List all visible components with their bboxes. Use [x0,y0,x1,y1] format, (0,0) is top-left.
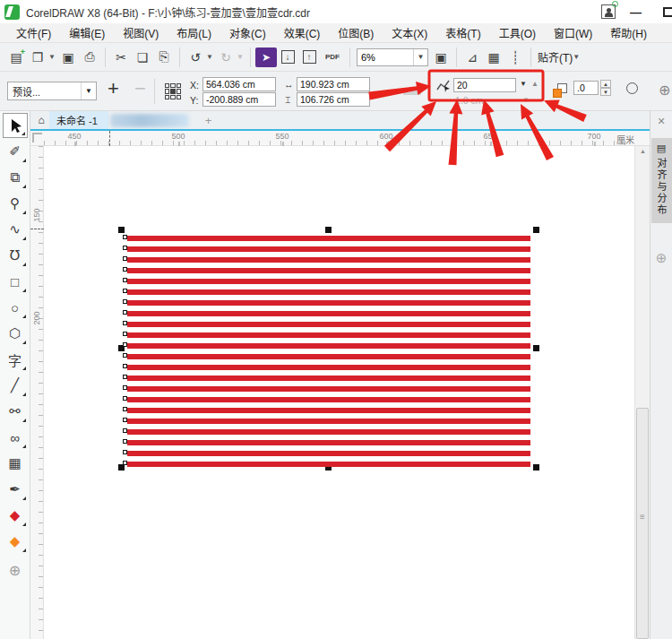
object-node[interactable] [123,310,127,315]
copy-icon[interactable]: ❏ [132,47,153,68]
object-node[interactable] [123,353,127,358]
show-guidelines-icon[interactable]: ┊ [504,47,526,68]
snap-to-dropdown[interactable]: 贴齐(T) [538,49,573,65]
object-height-field[interactable] [297,92,370,107]
crop-tool[interactable]: ⧉ [3,165,28,190]
object-node[interactable] [123,256,127,261]
menu-item-3[interactable]: 视图(V) [114,23,168,42]
freehand-tool[interactable]: ∿ [3,217,28,242]
chevron-down-icon[interactable]: ▼ [48,53,57,61]
user-account-icon[interactable] [601,4,616,19]
blend-stripe[interactable] [127,440,530,445]
blend-stripe[interactable] [127,462,530,467]
publish-pdf-icon[interactable]: PDF [320,47,345,68]
new-tab-button[interactable]: + [205,114,212,127]
blend-stripe[interactable] [127,343,530,349]
export-icon[interactable]: ↑ [298,47,320,68]
selection-handle[interactable] [533,464,539,471]
object-node[interactable] [123,289,127,293]
show-rulers-icon[interactable]: ⊿ [461,47,483,68]
object-node[interactable] [123,461,127,465]
paste-icon[interactable]: ⎘ [153,47,175,68]
blend-direction-field[interactable] [573,81,599,95]
selection-handle[interactable] [533,345,539,351]
print-icon[interactable]: ⎙ [79,47,100,68]
preset-combo[interactable]: 预设... ▼ [7,82,97,100]
import-icon[interactable]: ↓ [277,47,298,68]
vertical-scrollbar[interactable]: ▲ [634,146,650,639]
object-origin-selector[interactable] [165,83,181,99]
object-node[interactable] [123,375,127,379]
docker-tab-align-distribute[interactable]: ▤ 对齐与分布 [651,138,672,223]
blend-stripe[interactable] [127,429,530,435]
x-position-field[interactable] [202,77,276,91]
menu-item-1[interactable]: 文件(F) [7,23,60,42]
connector-tool[interactable]: ⚯ [3,399,28,424]
blend-stripe[interactable] [127,365,530,370]
object-node[interactable] [123,407,127,411]
blend-stripe[interactable] [127,257,530,263]
minimize-button[interactable]: — [625,5,647,19]
smart-fill-tool[interactable]: ◆ [3,529,28,554]
blend-stripe[interactable] [127,419,530,424]
blend-stripe[interactable] [127,354,530,359]
selection-handle[interactable] [533,227,539,233]
artistic-media-tool[interactable]: ℧ [3,243,28,268]
blend-tool[interactable]: ∞ [3,425,28,450]
customize-toolbox-button[interactable]: ⊕ [9,562,21,579]
menu-item-11[interactable]: 窗口(W) [545,23,601,42]
customize-property-bar-button[interactable]: ⊕ [659,82,670,99]
blend-stripe[interactable] [127,376,530,381]
add-docker-button[interactable]: ⊕ [656,250,668,266]
maximize-button[interactable] [663,7,672,17]
menu-item-8[interactable]: 文本(X) [383,23,436,42]
censored-document-tab[interactable] [110,114,189,127]
undo-icon[interactable]: ↺ [185,47,206,68]
blend-stripe[interactable] [127,289,530,295]
new-document-icon[interactable]: ▤+ [5,47,27,68]
chevron-up-icon[interactable]: ▲ [531,80,538,88]
object-width-field[interactable] [297,77,370,91]
menu-item-4[interactable]: 布局(L) [168,23,220,42]
object-node[interactable] [123,267,127,272]
object-node[interactable] [123,246,127,250]
scrollbar-thumb[interactable] [636,408,649,639]
blend-stripe[interactable] [127,279,530,284]
transparency-tool[interactable]: ▦ [3,451,28,476]
chevron-down-icon[interactable]: ▼ [206,53,215,61]
object-node[interactable] [123,396,127,401]
object-node[interactable] [123,385,127,390]
chevron-down-icon[interactable]: ▼ [413,49,427,65]
menu-item-5[interactable]: 对象(C) [220,23,275,42]
blend-stripe[interactable] [127,397,530,402]
close-docker-icon[interactable]: ✕ [657,116,665,127]
blend-stripe[interactable] [127,246,530,252]
object-node[interactable] [123,332,127,336]
blend-steps-toggle-icon[interactable] [403,82,421,95]
polygon-tool[interactable]: ⬡ [3,321,28,346]
blend-stripe[interactable] [127,332,530,338]
loop-blend-button[interactable] [626,82,638,94]
object-node[interactable] [123,364,127,368]
scroll-up-arrow[interactable]: ▲ [635,148,650,154]
chevron-down-icon[interactable]: ▼ [520,80,527,88]
selection-handle[interactable] [118,227,125,233]
object-node[interactable] [123,342,127,347]
dimension-tool[interactable]: ╱ [3,373,28,398]
cut-icon[interactable]: ✂ [110,47,132,68]
document-tab-active[interactable]: 未命名 -1 [49,111,108,129]
search-content-icon[interactable]: ➤ [255,47,277,67]
blend-stripe[interactable] [127,386,530,392]
blend-stripe[interactable] [127,268,530,273]
open-icon[interactable]: ❐ [27,47,48,68]
zoom-tool[interactable]: ⚲ [3,191,28,216]
direction-spinner[interactable]: ▲▼ [600,80,611,96]
blend-stripe[interactable] [127,311,530,316]
blend-stripe[interactable] [127,451,530,456]
selection-handle[interactable] [325,227,332,233]
blend-stripe[interactable] [127,300,530,306]
show-grid-icon[interactable]: ▦ [483,47,504,68]
fullscreen-preview-icon[interactable]: ▣ [430,47,452,68]
menu-item-12[interactable]: 帮助(H) [601,23,656,42]
object-node[interactable] [123,428,127,433]
